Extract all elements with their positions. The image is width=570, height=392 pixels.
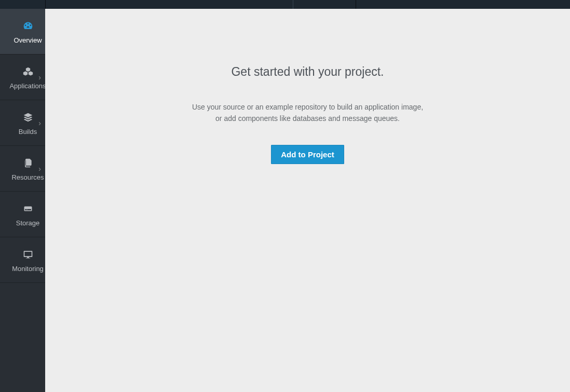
page-subtext: Use your source or an example repository… — [188, 102, 427, 124]
chevron-right-icon: › — [38, 119, 41, 127]
empty-state: Get started with your project. Use your … — [45, 65, 570, 164]
sidebar-item-label: Overview — [13, 36, 42, 44]
sidebar-item-applications[interactable]: Applications › — [0, 55, 45, 100]
sidebar-item-monitoring[interactable]: Monitoring — [0, 237, 45, 283]
sidebar-item-storage[interactable]: Storage — [0, 192, 45, 237]
cubes-icon — [22, 64, 34, 79]
add-to-project-button[interactable]: Add to Project — [271, 145, 344, 164]
top-bar-section — [45, 0, 293, 9]
sidebar-item-label: Applications — [9, 82, 46, 90]
chevron-right-icon: › — [38, 73, 41, 82]
top-bar-section — [0, 0, 45, 9]
top-bar — [0, 0, 570, 9]
sidebar-item-label: Storage — [16, 219, 40, 227]
sidebar-item-builds[interactable]: Builds › — [0, 100, 45, 146]
top-bar-section — [356, 0, 570, 9]
sidebar-item-overview[interactable]: Overview — [0, 9, 45, 55]
dashboard-icon — [22, 19, 34, 33]
sidebar-item-label: Monitoring — [12, 265, 44, 273]
hdd-icon — [22, 201, 34, 216]
sidebar-item-label: Builds — [19, 128, 37, 136]
page-heading: Get started with your project. — [231, 65, 384, 79]
sidebar: Overview Applications › Builds › — [0, 9, 45, 392]
files-icon — [22, 156, 34, 170]
monitor-icon — [22, 247, 34, 262]
top-bar-section — [293, 0, 356, 9]
chevron-right-icon: › — [38, 165, 41, 173]
sidebar-item-resources[interactable]: Resources › — [0, 146, 45, 192]
layers-icon — [22, 110, 34, 125]
main-content: Get started with your project. Use your … — [45, 9, 570, 392]
sidebar-item-label: Resources — [11, 173, 44, 181]
